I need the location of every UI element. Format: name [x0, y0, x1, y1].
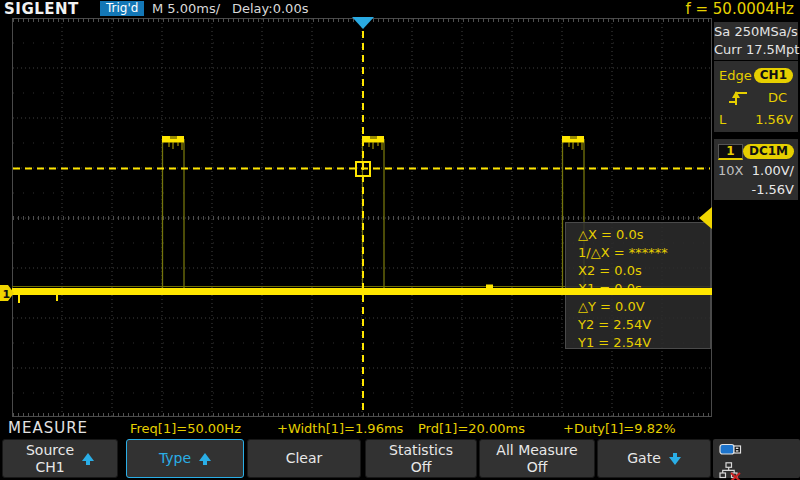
channel1-coupling-badge: DC1M: [743, 144, 794, 159]
statistics-button-label: Statistics: [389, 442, 453, 459]
all-measure-button-state: Off: [496, 459, 577, 476]
cursor-readout-panel: △X = 0.0s 1/△X = ****** X2 = 0.0s X1 = 0…: [565, 222, 711, 349]
scope-graticule-svg: 1: [0, 17, 712, 418]
trigger-source-badge: CH1: [754, 68, 793, 83]
gate-button[interactable]: Gate: [597, 439, 711, 478]
lan-disconnected-icon: [719, 462, 743, 480]
clear-button[interactable]: Clear: [247, 439, 361, 478]
channel1-number-tab: 1: [718, 144, 743, 160]
all-measure-button-label: All Measure: [496, 442, 577, 459]
frequency-counter: f = 50.0004Hz: [685, 0, 794, 18]
trigger-coupling: DC: [768, 90, 787, 105]
sample-rate: Sa 250MSa/s: [714, 23, 798, 41]
type-button-label: Type: [159, 450, 191, 467]
measurement-pos-duty: +Duty[1]=9.82%: [563, 421, 676, 436]
cursor-inv-delta-x: 1/△X = ******: [566, 244, 710, 262]
rising-edge-icon: [727, 89, 751, 106]
measurement-freq: Freq[1]=50.00Hz: [130, 421, 241, 436]
clear-button-label: Clear: [286, 450, 323, 467]
channel1-volts-div: 1.00V/: [752, 163, 794, 178]
trigger-status-badge: Trig'd: [100, 1, 144, 16]
header-bar: SIGLENT Trig'd M 5.00ms/ Delay:0.00s f =…: [0, 0, 800, 17]
gate-button-label: Gate: [627, 450, 661, 467]
trigger-info-box: Edge CH1 DC L 1.56V: [714, 61, 798, 132]
up-arrow-icon: [82, 453, 94, 465]
acquisition-info-box: Sa 250MSa/s Curr 17.5Mpts: [714, 22, 798, 60]
memory-depth: Curr 17.5Mpts: [714, 41, 798, 59]
trigger-level-value: 1.56V: [755, 112, 793, 127]
channel1-probe: 10X: [718, 163, 743, 178]
ch1-baseline-over-panel: [565, 288, 712, 295]
down-arrow-icon: [669, 453, 681, 465]
measurement-period: Prd[1]=20.00ms: [418, 421, 525, 436]
all-measure-button[interactable]: All Measure Off: [479, 439, 595, 478]
source-button-value: CH1: [26, 459, 74, 476]
statistics-button-state: Off: [389, 459, 453, 476]
right-sidebar: Sa 250MSa/s Curr 17.5Mpts Edge CH1 DC L …: [712, 17, 800, 418]
waveform-display: 1 △X = 0.0s 1/△X = ****** X2 = 0.0s X1 =…: [0, 17, 800, 418]
statistics-button[interactable]: Statistics Off: [365, 439, 477, 478]
trigger-position-marker[interactable]: [352, 17, 374, 29]
cursor-x2: X2 = 0.0s: [566, 262, 710, 280]
trigger-level-marker[interactable]: [699, 207, 712, 229]
timebase-readout: M 5.00ms/: [152, 1, 220, 16]
measurement-pos-width: +Width[1]=1.96ms: [277, 421, 403, 436]
channel1-info-box: 1 DC1M 10X 1.00V/ -1.56V: [714, 139, 798, 200]
cursor-y1: Y1 = 2.54V: [566, 334, 710, 352]
svg-text:1: 1: [3, 288, 11, 301]
status-icon-panel: [713, 439, 800, 478]
measure-title: MEASURE: [8, 419, 88, 437]
up-arrow-icon: [199, 453, 211, 465]
softkey-menu: Source CH1 Type Clear Statistics Off All…: [0, 437, 800, 480]
usb-icon: [719, 442, 743, 457]
cursor-delta-y: △Y = 0.0V: [566, 298, 710, 316]
channel1-offset: -1.56V: [751, 182, 794, 197]
source-button-label: Source: [26, 442, 74, 459]
cursor-delta-x: △X = 0.0s: [566, 226, 710, 244]
ch1-ground-marker[interactable]: 1: [0, 285, 14, 301]
measure-bar: MEASURE Freq[1]=50.00Hz +Width[1]=1.96ms…: [0, 418, 800, 437]
delay-readout: Delay:0.00s: [232, 1, 308, 16]
siglent-logo: SIGLENT: [4, 0, 79, 18]
trigger-level-label: L: [719, 112, 726, 127]
type-button[interactable]: Type: [126, 439, 244, 478]
source-button[interactable]: Source CH1: [2, 439, 118, 478]
trigger-mode: Edge: [719, 68, 752, 83]
cursor-y2: Y2 = 2.54V: [566, 316, 710, 334]
